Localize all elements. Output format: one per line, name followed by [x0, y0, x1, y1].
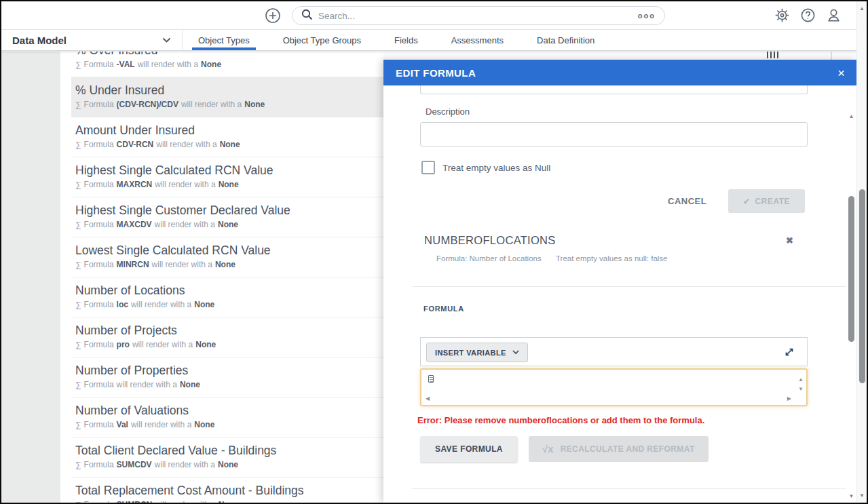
variable-null-meta: Treat empty values as null: false	[556, 254, 667, 263]
tab-assessments[interactable]: Assessments	[450, 30, 505, 50]
ellipsis-icon[interactable]: ooo	[638, 12, 656, 20]
formula-subtitle: ∑ Formula pro will render with a None	[75, 340, 383, 349]
scroll-left-icon[interactable]: ◀	[426, 396, 430, 402]
scrollbar-thumb[interactable]	[859, 189, 865, 383]
scroll-down-icon[interactable]: ▼	[847, 494, 856, 499]
sigma-icon: ∑	[75, 340, 81, 349]
product-switcher[interactable]: Data Model	[1, 30, 183, 50]
formula-title: Number of Properties	[75, 363, 383, 379]
formula-title: Number of Locations	[75, 283, 383, 298]
formula-list-item[interactable]: Number of Locations ∑ Formula loc will r…	[71, 277, 383, 317]
formula-list-item[interactable]: % Under Insured ∑ Formula (CDV-RCN)/CDV …	[71, 77, 383, 117]
scroll-up-icon[interactable]: ▲	[798, 377, 804, 383]
tab-data-definition[interactable]: Data Definition	[535, 30, 596, 50]
formula-list-item[interactable]: Amount Under Insured ∑ Formula CDV-RCN w…	[71, 117, 383, 157]
formula-list-item[interactable]: % Over Insured ∑ Formula -VAL will rende…	[71, 52, 383, 77]
formula-code-editor[interactable]: ▲ ▼ ◀ ▶	[420, 368, 808, 406]
search-bar[interactable]: ooo	[292, 6, 665, 25]
formula-title: % Under Insured	[75, 83, 383, 98]
formula-list-item[interactable]: Total Client Declared Value - Buildings …	[71, 438, 383, 478]
name-field-partial[interactable]	[420, 85, 808, 94]
search-input[interactable]	[318, 11, 633, 21]
sigma-icon: ∑	[75, 140, 81, 149]
formula-title: Amount Under Insured	[75, 123, 383, 138]
scroll-down-icon[interactable]: ▼	[798, 387, 804, 392]
insert-variable-label: INSERT VARIABLE	[435, 349, 506, 357]
bar-chart-icon	[767, 52, 778, 58]
modal-header: EDIT FORMULA ×	[383, 60, 857, 85]
formula-title: Total Client Declared Value - Buildings	[75, 443, 383, 459]
formula-error-message: Error: Please remove numberoflocations o…	[417, 415, 704, 425]
expand-icon[interactable]	[784, 347, 795, 357]
scroll-up-icon[interactable]: ▲	[847, 114, 856, 119]
scroll-right-icon[interactable]: ▶	[787, 396, 791, 402]
topbar-icons	[774, 7, 842, 23]
formula-editor-toolbar: INSERT VARIABLE	[420, 337, 808, 366]
treat-empty-null-checkbox[interactable]	[421, 161, 435, 174]
sigma-icon: ∑	[75, 500, 81, 503]
formula-subtitle: ∑ Formula MAXRCN will render with a None	[75, 180, 383, 189]
formula-subtitle: ∑ Formula (CDV-RCN)/CDV will render with…	[75, 100, 383, 109]
formula-subtitle: ∑ Formula loc will render with a None	[75, 300, 383, 309]
sigma-icon: ∑	[75, 180, 81, 189]
add-icon[interactable]	[265, 7, 281, 24]
scrollbar-thumb[interactable]	[848, 196, 854, 342]
formula-subtitle: ∑ Formula SUMCDV will render with a None	[75, 460, 383, 469]
sigma-icon: ∑	[75, 420, 81, 429]
tab-object-type-groups[interactable]: Object Type Groups	[282, 30, 362, 50]
product-label: Data Model	[12, 35, 67, 46]
help-icon[interactable]	[800, 7, 816, 23]
remove-variable-icon[interactable]: ✖	[786, 235, 793, 246]
background-strip	[383, 52, 857, 60]
create-button-label: CREATE	[755, 197, 790, 206]
sigma-icon: ∑	[75, 460, 81, 469]
formula-list-panel: % Over Insured ∑ Formula -VAL will rende…	[60, 52, 383, 503]
formula-subtitle: ∑ Formula will render with a None	[75, 380, 383, 389]
description-label: Description	[426, 106, 470, 117]
description-field[interactable]	[420, 122, 808, 147]
sigma-icon: ∑	[75, 260, 81, 269]
page-scrollbar[interactable]: ▲ ▼	[856, 1, 867, 503]
tab-fields[interactable]: Fields	[393, 30, 419, 50]
modal-body: Description Treat empty values as Null C…	[383, 85, 857, 503]
formula-subtitle: ∑ Formula SUMRCN will render with a None	[75, 500, 383, 503]
cancel-button[interactable]: CANCEL	[668, 196, 706, 206]
formula-list-item[interactable]: Number of Properties ∑ Formula will rend…	[71, 357, 383, 398]
user-icon[interactable]	[826, 7, 842, 23]
formula-list-item[interactable]: Lowest Single Calculated RCN Value ∑ For…	[71, 237, 383, 277]
scroll-up-icon[interactable]: ▲	[857, 6, 867, 12]
app-window: ooo	[0, 0, 868, 504]
variable-formula-meta: Formula: Number of Locations	[436, 254, 542, 263]
insert-variable-button[interactable]: INSERT VARIABLE	[426, 343, 528, 362]
modal-scrollbar[interactable]: ▲ ▼	[847, 113, 856, 501]
unknown-char-glyph	[428, 375, 434, 383]
save-formula-button[interactable]: SAVE FORMULA	[420, 436, 518, 462]
formula-subtitle: ∑ Formula Val will render with a None	[75, 420, 383, 429]
formula-list-item[interactable]: Highest Single Customer Declared Value ∑…	[71, 197, 383, 237]
formula-title: Lowest Single Calculated RCN Value	[75, 243, 383, 258]
check-icon: ✔	[743, 197, 751, 206]
formula-list-item[interactable]: Highest Single Calculated RCN Value ∑ Fo…	[71, 157, 383, 197]
formula-title: Number of Valuations	[75, 403, 383, 419]
formula-subtitle: ∑ Formula CDV-RCN will render with a Non…	[75, 140, 383, 149]
formula-list-item[interactable]: Total Replacement Cost Amount - Building…	[71, 478, 383, 503]
formula-subtitle: ∑ Formula MAXCDV will render with a None	[75, 220, 383, 229]
formula-list-item[interactable]: Number of Valuations ∑ Formula Val will …	[71, 398, 383, 438]
sigma-icon: ∑	[75, 300, 81, 309]
scroll-down-icon[interactable]: ▼	[857, 493, 867, 499]
formula-list-item[interactable]: Number of Projects ∑ Formula pro will re…	[71, 317, 383, 357]
divider	[412, 488, 846, 489]
formula-subtitle: ∑ Formula -VAL will render with a None	[75, 60, 383, 69]
divider	[831, 52, 832, 60]
formula-section-label: FORMULA	[423, 305, 464, 313]
sigma-icon: ∑	[75, 100, 81, 109]
topbar: ooo	[1, 1, 856, 30]
formula-title: Highest Single Customer Declared Value	[75, 203, 383, 218]
formula-title: Number of Projects	[75, 323, 383, 338]
sqrt-icon: √x	[542, 444, 553, 454]
gear-icon[interactable]	[774, 7, 790, 23]
tab-object-types[interactable]: Object Types	[197, 30, 251, 50]
left-sidebar	[1, 52, 60, 503]
close-icon[interactable]: ×	[837, 66, 845, 79]
formula-subtitle: ∑ Formula MINRCN will render with a None	[75, 260, 383, 269]
